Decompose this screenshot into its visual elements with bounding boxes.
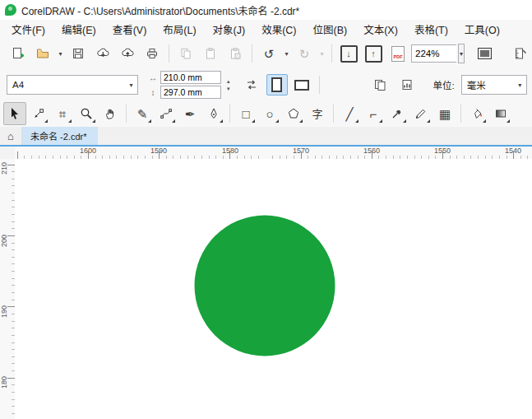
menu-edit[interactable]: 编辑(E) bbox=[53, 20, 104, 39]
fill-tool-button[interactable] bbox=[465, 102, 488, 125]
paste-special-icon bbox=[229, 47, 242, 60]
open-button[interactable] bbox=[31, 42, 54, 65]
undo-button[interactable]: ↺ bbox=[257, 42, 280, 65]
units-value: 毫米 bbox=[462, 78, 491, 91]
toolbar-separator bbox=[252, 44, 252, 63]
bezier-tool-button[interactable] bbox=[155, 102, 178, 125]
menu-object[interactable]: 对象(J) bbox=[205, 20, 254, 39]
paste-button[interactable] bbox=[199, 42, 222, 65]
redo-icon: ↻ bbox=[299, 48, 310, 60]
copy-icon bbox=[179, 47, 192, 60]
drawing-canvas[interactable] bbox=[15, 159, 532, 419]
paste-special-button[interactable] bbox=[224, 42, 247, 65]
zoom-level-input[interactable] bbox=[411, 44, 456, 63]
dimension-tool-icon: ╱ bbox=[345, 108, 353, 120]
open-dropdown-caret[interactable]: ▾ bbox=[56, 43, 65, 64]
mesh-fill-tool-button[interactable]: ▦ bbox=[433, 102, 456, 125]
menu-effects[interactable]: 效果(C) bbox=[253, 20, 304, 39]
mesh-fill-icon: ▦ bbox=[439, 108, 451, 120]
fullscreen-preview-button[interactable] bbox=[473, 42, 496, 65]
vertical-ruler[interactable]: 210 200 190 180 bbox=[0, 159, 16, 419]
menu-text[interactable]: 文本(X) bbox=[355, 20, 406, 39]
cloud-download-button[interactable] bbox=[91, 42, 114, 65]
ruler-origin-corner[interactable] bbox=[0, 147, 16, 160]
v-ruler-tick: 180 bbox=[0, 369, 8, 389]
freehand-tool-button[interactable]: ✎ bbox=[131, 102, 154, 125]
menu-tools[interactable]: 工具(O) bbox=[456, 20, 508, 39]
freehand-tool-icon: ✎ bbox=[137, 108, 148, 120]
pan-tool-icon bbox=[104, 107, 117, 120]
all-pages-button[interactable] bbox=[369, 73, 392, 96]
menu-file[interactable]: 文件(F) bbox=[3, 20, 53, 39]
pen-tool-button[interactable] bbox=[202, 102, 225, 125]
pan-tool-button[interactable] bbox=[99, 102, 122, 125]
shape-tool-icon bbox=[32, 107, 45, 120]
interactive-fill-tool-button[interactable] bbox=[489, 102, 512, 125]
outline-pen-tool-button[interactable] bbox=[409, 102, 433, 125]
toolbox-separator bbox=[126, 105, 127, 123]
cloud-upload-button[interactable] bbox=[116, 42, 139, 65]
cloud-download-icon bbox=[96, 47, 110, 60]
h-ruler-tick: 1560 bbox=[359, 147, 384, 155]
swap-dimensions-button[interactable] bbox=[240, 73, 263, 96]
welcome-home-tab[interactable]: ⌂ bbox=[0, 127, 22, 145]
copy-button[interactable] bbox=[174, 42, 197, 65]
toolbar-separator bbox=[331, 44, 332, 63]
page-width-input[interactable] bbox=[160, 71, 221, 84]
menu-bar: 文件(F) 编辑(E) 查看(V) 布局(L) 对象(J) 效果(C) 位图(B… bbox=[0, 20, 532, 38]
landscape-orientation-button[interactable] bbox=[291, 74, 312, 95]
paste-icon bbox=[204, 47, 217, 60]
menu-layout[interactable]: 布局(L) bbox=[155, 20, 204, 39]
pdf-icon: PDF bbox=[391, 46, 405, 62]
document-tab-bar: ⌂ 未命名 -2.cdr* bbox=[0, 127, 532, 145]
spin-up-icon[interactable]: ▴ bbox=[225, 77, 232, 85]
publish-pdf-button[interactable]: PDF bbox=[386, 42, 409, 65]
redo-dropdown-caret[interactable]: ▾ bbox=[317, 43, 326, 64]
import-icon: ↓ bbox=[340, 45, 358, 63]
h-ruler-tick: 1580 bbox=[218, 147, 243, 155]
shape-tool-button[interactable] bbox=[27, 102, 50, 125]
zoom-tool-button[interactable] bbox=[75, 102, 98, 125]
menu-table[interactable]: 表格(T) bbox=[406, 20, 456, 39]
connector-tool-button[interactable]: ⌐ bbox=[362, 102, 385, 125]
portrait-orientation-button[interactable] bbox=[266, 74, 288, 95]
eyedropper-tool-button[interactable] bbox=[386, 102, 409, 125]
print-button[interactable] bbox=[141, 42, 164, 65]
rectangle-tool-button[interactable]: □ bbox=[234, 102, 257, 125]
ellipse-tool-button[interactable]: ○ bbox=[258, 102, 281, 125]
page-height-input[interactable] bbox=[160, 86, 221, 99]
menu-view[interactable]: 查看(V) bbox=[104, 20, 155, 39]
text-tool-button[interactable]: 字 bbox=[306, 102, 329, 125]
landscape-icon bbox=[294, 80, 309, 91]
import-button[interactable]: ↓ bbox=[337, 42, 360, 65]
undo-dropdown-caret[interactable]: ▾ bbox=[282, 43, 291, 64]
horizontal-ruler[interactable]: 1600 1590 1580 1570 1560 1550 1540 bbox=[15, 147, 532, 160]
green-circle-shape[interactable] bbox=[194, 215, 335, 356]
current-page-button[interactable] bbox=[396, 73, 419, 96]
page-size-preset-combo[interactable]: A4 ▾ bbox=[7, 75, 138, 95]
cloud-upload-icon bbox=[121, 47, 135, 60]
units-combo[interactable]: 毫米 ▾ bbox=[461, 75, 527, 95]
save-button[interactable] bbox=[67, 42, 90, 65]
outline-pen-icon bbox=[414, 107, 428, 120]
v-ruler-tick: 190 bbox=[0, 298, 8, 318]
document-tab-active[interactable]: 未命名 -2.cdr* bbox=[22, 127, 98, 145]
toolbox-separator bbox=[229, 105, 230, 123]
redo-button[interactable]: ↻ bbox=[293, 42, 316, 65]
pick-tool-button[interactable] bbox=[3, 102, 26, 125]
current-page-icon bbox=[400, 78, 414, 91]
text-tool-icon: 字 bbox=[312, 109, 322, 119]
zoom-dropdown-caret[interactable]: ▾ bbox=[458, 44, 465, 63]
all-pages-icon bbox=[373, 78, 387, 91]
options-button[interactable] bbox=[509, 42, 532, 65]
page-dimensions-spinner[interactable]: ▴ ▾ bbox=[225, 77, 232, 92]
dimension-tool-button[interactable]: ╱ bbox=[338, 102, 361, 125]
spin-down-icon[interactable]: ▾ bbox=[225, 85, 232, 92]
crop-tool-button[interactable]: ⌗ bbox=[51, 102, 74, 125]
new-document-button[interactable] bbox=[7, 42, 30, 65]
swap-dimensions-icon bbox=[245, 78, 258, 91]
export-button[interactable]: ↑ bbox=[362, 42, 385, 65]
menu-bitmaps[interactable]: 位图(B) bbox=[305, 20, 356, 39]
artistic-media-tool-button[interactable]: ✒ bbox=[178, 102, 201, 125]
polygon-tool-button[interactable] bbox=[282, 102, 305, 125]
